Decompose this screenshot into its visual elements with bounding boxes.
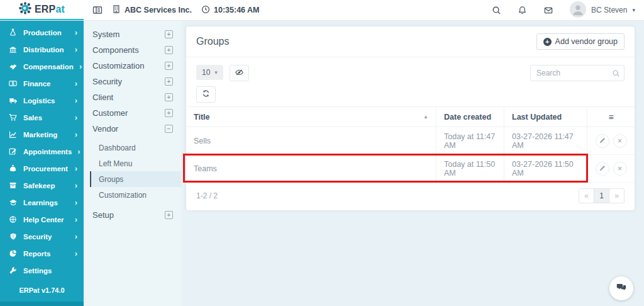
page-size-select[interactable]: 10 ▾ bbox=[196, 65, 223, 80]
list-menu-icon[interactable]: ≡ bbox=[595, 112, 627, 122]
close-icon: × bbox=[618, 137, 622, 145]
table-row[interactable]: Teams Today at 11:50 AM 03-27-2026 11:50… bbox=[186, 155, 635, 183]
submenu-item-setup[interactable]: Setup+ bbox=[84, 207, 181, 223]
collapse-minus-icon[interactable]: − bbox=[165, 125, 173, 133]
sidebar-item-procurement[interactable]: Procurement› bbox=[0, 160, 84, 177]
submenu-item-components[interactable]: Components+ bbox=[84, 42, 181, 58]
pagination: « 1 » bbox=[579, 188, 625, 203]
chat-button[interactable] bbox=[609, 276, 633, 300]
building-icon bbox=[112, 4, 121, 16]
globe-icon bbox=[8, 215, 18, 224]
submenu-item-client[interactable]: Client+ bbox=[84, 89, 181, 105]
expand-plus-icon[interactable]: + bbox=[165, 211, 173, 219]
chevron-right-icon: › bbox=[75, 130, 77, 139]
money-bag-icon bbox=[8, 164, 18, 173]
submenu-item-vendor-left-menu[interactable]: Left Menu bbox=[90, 156, 181, 171]
sidebar-item-security[interactable]: Security› bbox=[0, 228, 84, 245]
chevron-right-icon: › bbox=[75, 28, 77, 37]
edit-icon bbox=[8, 147, 18, 156]
expand-plus-icon[interactable]: + bbox=[165, 109, 173, 117]
logo-text: ERPat bbox=[35, 4, 65, 15]
expand-plus-icon[interactable]: + bbox=[165, 77, 173, 86]
table-header-row: Title ▲ Date created Last Updated ≡ bbox=[186, 106, 635, 127]
avatar bbox=[570, 1, 586, 20]
cart-icon bbox=[8, 113, 18, 122]
submenu-item-vendor[interactable]: Vendor− bbox=[84, 121, 181, 137]
next-page-button[interactable]: » bbox=[609, 188, 625, 203]
submenu-item-customization[interactable]: Customization+ bbox=[84, 58, 181, 74]
refresh-button[interactable] bbox=[196, 86, 216, 103]
submenu-item-customer[interactable]: Customer+ bbox=[84, 105, 181, 121]
search-icon[interactable] bbox=[492, 6, 501, 15]
vendor-children: Dashboard Left Menu Groups Customization bbox=[84, 140, 181, 203]
column-header-title[interactable]: Title ▲ bbox=[186, 107, 436, 127]
wrench-icon bbox=[8, 266, 18, 275]
chat-bubbles-icon bbox=[616, 281, 627, 295]
expand-plus-icon[interactable]: + bbox=[165, 62, 173, 70]
delete-row-button[interactable]: × bbox=[613, 134, 627, 148]
column-header-last-updated[interactable]: Last Updated bbox=[504, 107, 587, 127]
expand-plus-icon[interactable]: + bbox=[165, 93, 173, 101]
app-version: ERPat v1.74.0 bbox=[0, 281, 84, 302]
settings-submenu: System+ Components+ Customization+ Secur… bbox=[84, 21, 181, 306]
sidebar-item-distribution[interactable]: Distribution› bbox=[0, 41, 84, 58]
sidebar-item-settings[interactable]: Settings bbox=[0, 262, 84, 279]
prev-page-button[interactable]: « bbox=[579, 188, 594, 203]
edit-row-button[interactable] bbox=[596, 134, 609, 148]
sidebar-toggle-icon[interactable] bbox=[92, 5, 103, 15]
chevron-down-icon: ▾ bbox=[214, 69, 218, 76]
chevron-right-icon: › bbox=[75, 181, 77, 190]
sidebar-item-sales[interactable]: Sales› bbox=[0, 109, 84, 126]
page-title: Groups bbox=[196, 36, 229, 47]
sort-ascending-icon[interactable]: ▲ bbox=[423, 114, 428, 120]
pie-chart-icon bbox=[8, 249, 18, 258]
company-name[interactable]: ABC Services Inc. bbox=[112, 4, 192, 16]
handshake-icon bbox=[8, 62, 18, 71]
submenu-item-system[interactable]: System+ bbox=[84, 26, 181, 42]
submenu-item-vendor-dashboard[interactable]: Dashboard bbox=[90, 140, 181, 156]
messages-envelope-icon[interactable] bbox=[543, 6, 553, 15]
sidebar-item-learnings[interactable]: Learnings› bbox=[0, 194, 84, 211]
sidebar-item-production[interactable]: Production› bbox=[0, 24, 84, 41]
edit-row-button[interactable] bbox=[596, 162, 609, 176]
search-icon[interactable] bbox=[612, 69, 620, 80]
submenu-item-vendor-customization[interactable]: Customization bbox=[90, 187, 181, 203]
svg-text:$: $ bbox=[12, 81, 14, 86]
dollar-icon: $ bbox=[8, 79, 18, 88]
cell-title: Sells bbox=[186, 127, 436, 154]
column-visibility-button[interactable] bbox=[230, 65, 249, 81]
column-header-actions: ≡ bbox=[587, 107, 635, 127]
sidebar-item-reports[interactable]: Reports› bbox=[0, 245, 84, 262]
sidebar-item-safekeep[interactable]: Safekeep› bbox=[0, 177, 84, 194]
add-vendor-group-button[interactable]: + Add vendor group bbox=[536, 33, 625, 50]
app-window: ERPat ABC Services Inc. 10:35:46 AM bbox=[0, 0, 644, 306]
sidebar-item-marketing[interactable]: Marketing› bbox=[0, 126, 84, 143]
sidebar-item-help-center[interactable]: Help Center› bbox=[0, 211, 84, 228]
chevron-right-icon: › bbox=[75, 79, 77, 88]
current-page-button[interactable]: 1 bbox=[594, 188, 609, 203]
chevron-right-icon: › bbox=[75, 45, 77, 54]
groups-card: Groups + Add vendor group 10 ▾ bbox=[186, 26, 635, 210]
app-logo[interactable]: ERPat bbox=[0, 0, 84, 20]
bank-icon bbox=[8, 45, 18, 54]
clock-icon bbox=[201, 5, 210, 16]
expand-plus-icon[interactable]: + bbox=[165, 30, 173, 38]
graduation-cap-icon bbox=[8, 198, 18, 207]
user-menu[interactable]: BC Steven ▾ bbox=[570, 1, 635, 20]
submenu-item-security[interactable]: Security+ bbox=[84, 74, 181, 89]
sidebar-footer-strip bbox=[0, 302, 84, 306]
column-header-date-created[interactable]: Date created bbox=[436, 107, 504, 127]
notifications-bell-icon[interactable] bbox=[518, 6, 527, 15]
sidebar-item-appointments[interactable]: Appointments› bbox=[0, 143, 84, 160]
sidebar-item-compensation[interactable]: Compensation› bbox=[0, 58, 84, 75]
eye-slash-icon bbox=[235, 68, 244, 79]
submenu-item-vendor-groups[interactable]: Groups bbox=[90, 171, 181, 187]
sidebar-item-finance[interactable]: $ Finance› bbox=[0, 75, 84, 92]
chevron-down-icon: ▾ bbox=[632, 7, 635, 13]
delete-row-button[interactable]: × bbox=[613, 162, 627, 176]
sidebar-item-logistics[interactable]: Logistics› bbox=[0, 92, 84, 109]
table-row[interactable]: Sells Today at 11:47 AM 03-27-2026 11:47… bbox=[186, 127, 635, 155]
top-header: ERPat ABC Services Inc. 10:35:46 AM bbox=[0, 0, 644, 21]
expand-plus-icon[interactable]: + bbox=[165, 46, 173, 54]
search-input[interactable] bbox=[530, 65, 625, 81]
